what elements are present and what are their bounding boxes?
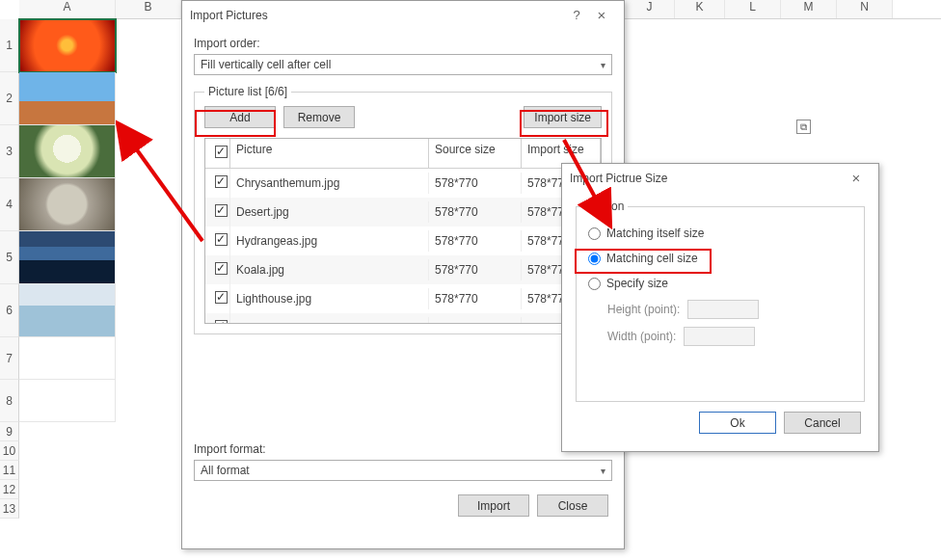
dialog-title: Import Pictrue Size (570, 172, 842, 185)
width-label: Width (point): (607, 330, 676, 343)
row-checkbox[interactable] (215, 320, 228, 323)
help-icon[interactable]: ? (566, 8, 587, 22)
source-size: 578*770 (429, 317, 522, 323)
import-order-value: Fill vertically cell after cell (201, 58, 331, 71)
radio-input[interactable] (588, 278, 601, 290)
import-picture-size-dialog: Import Pictrue Size × Option Matching it… (561, 163, 879, 452)
picture-name: Hydrangeas.jpg (230, 230, 429, 252)
row-head[interactable]: 1 (0, 19, 19, 72)
picture-list-legend: Picture list [6/6] (204, 85, 291, 98)
picture-name: Chrysanthemum.jpg (230, 173, 429, 194)
picture-name: Penguins.jpg (230, 317, 429, 323)
radio-label: Matching itself size (606, 227, 704, 240)
row-head[interactable]: 13 (0, 499, 19, 519)
option-legend: Option (586, 200, 628, 213)
picture-thumb[interactable] (19, 125, 116, 178)
source-size: 578*770 (429, 201, 522, 223)
picture-thumb[interactable] (19, 178, 116, 231)
row-head[interactable]: 8 (0, 380, 19, 422)
close-icon[interactable]: × (842, 170, 871, 186)
col-head-k[interactable]: K (675, 0, 725, 18)
row-head[interactable]: 3 (0, 125, 19, 178)
row-head[interactable]: 5 (0, 231, 19, 284)
header-check[interactable] (205, 139, 230, 169)
import-button[interactable]: Import (458, 494, 529, 517)
height-label: Height (point): (607, 303, 680, 316)
table-row[interactable]: Lighthouse.jpg578*770578*770 (205, 284, 601, 313)
row-head[interactable]: 6 (0, 284, 19, 337)
picture-thumb[interactable] (19, 72, 116, 125)
row-checkbox[interactable] (215, 291, 228, 304)
source-size: 578*770 (429, 230, 522, 252)
picture-name: Koala.jpg (230, 259, 429, 280)
close-button[interactable]: Close (537, 494, 608, 517)
row-head[interactable]: 2 (0, 72, 19, 125)
import-order-combo[interactable]: Fill vertically cell after cell (194, 54, 612, 75)
source-size: 578*770 (429, 173, 522, 194)
cell[interactable] (19, 337, 116, 380)
import-format-combo[interactable]: All format (194, 460, 612, 481)
picture-thumb[interactable] (19, 19, 116, 72)
row-head[interactable]: 10 (0, 441, 19, 461)
row-checkbox[interactable] (215, 262, 228, 275)
paste-options-icon[interactable]: ⧉ (796, 120, 811, 134)
row-head[interactable]: 11 (0, 461, 19, 480)
dialog-title: Import Pictures (190, 9, 566, 22)
col-head-m[interactable]: M (781, 0, 837, 18)
table-row[interactable]: Koala.jpg578*770578*770 (205, 255, 601, 284)
row-checkbox[interactable] (215, 175, 228, 188)
radio-input[interactable] (588, 253, 601, 265)
picture-thumb[interactable] (19, 284, 116, 337)
import-format-label: Import format: (194, 442, 612, 456)
import-pictures-dialog: Import Pictures ? × Import order: Fill v… (181, 0, 625, 549)
col-head-j[interactable]: J (625, 0, 675, 18)
col-head-l[interactable]: L (725, 0, 781, 18)
close-icon[interactable]: × (587, 7, 616, 23)
header-source-size[interactable]: Source size (429, 139, 522, 169)
col-head-n[interactable]: N (837, 0, 893, 18)
radio-label: Specify size (606, 277, 668, 290)
row-head[interactable]: 7 (0, 337, 19, 380)
width-input (684, 327, 755, 346)
radio-matching-itself[interactable]: Matching itself size (586, 221, 854, 246)
select-all-checkbox[interactable] (215, 146, 228, 158)
table-row[interactable]: Chrysanthemum.jpg578*770578*770 (205, 169, 601, 198)
row-head[interactable]: 4 (0, 178, 19, 231)
row-head[interactable]: 12 (0, 480, 19, 499)
import-format-value: All format (201, 464, 250, 477)
col-head-a[interactable]: A (19, 0, 116, 18)
picture-name: Desert.jpg (230, 201, 429, 223)
table-row[interactable]: Penguins.jpg578*770578*770 (205, 313, 601, 323)
remove-button[interactable]: Remove (283, 106, 355, 128)
ok-button[interactable]: Ok (699, 412, 776, 434)
add-button[interactable]: Add (204, 106, 276, 128)
radio-input[interactable] (588, 227, 601, 240)
cancel-button[interactable]: Cancel (784, 412, 861, 434)
picture-thumb[interactable] (19, 231, 116, 284)
cell[interactable] (19, 380, 116, 422)
radio-specify-size[interactable]: Specify size (586, 271, 854, 296)
import-size-button[interactable]: Import size (524, 106, 602, 128)
row-checkbox[interactable] (215, 204, 228, 217)
table-row[interactable]: Desert.jpg578*770578*770 (205, 198, 601, 227)
source-size: 578*770 (429, 288, 522, 309)
height-input (687, 300, 759, 319)
import-order-label: Import order: (194, 37, 612, 50)
table-row[interactable]: Hydrangeas.jpg578*770578*770 (205, 227, 601, 255)
col-head-b[interactable]: B (116, 0, 181, 18)
radio-matching-cell[interactable]: Matching cell size (586, 246, 854, 271)
header-picture[interactable]: Picture (230, 139, 429, 169)
picture-name: Lighthouse.jpg (230, 288, 429, 309)
radio-label: Matching cell size (606, 252, 698, 265)
source-size: 578*770 (429, 259, 522, 280)
row-checkbox[interactable] (215, 233, 228, 246)
row-head[interactable]: 9 (0, 422, 19, 441)
